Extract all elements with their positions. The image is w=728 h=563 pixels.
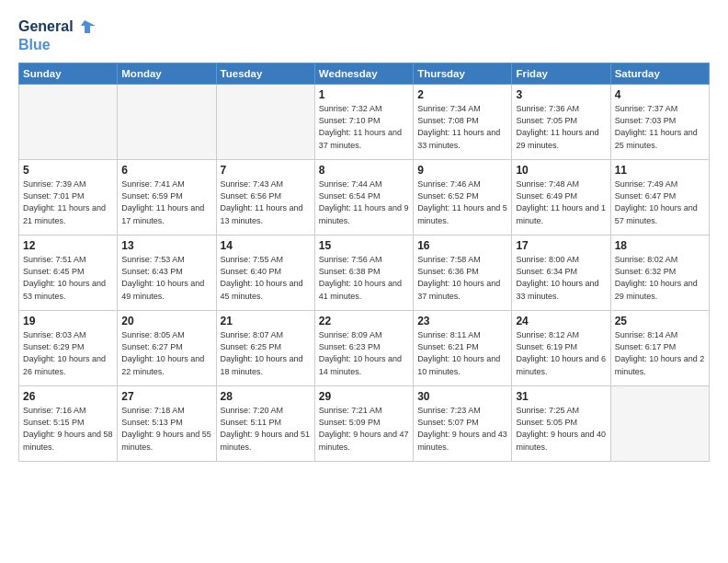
cell-info: Sunrise: 7:46 AM Sunset: 6:52 PM Dayligh… — [417, 178, 507, 226]
calendar-cell: 16Sunrise: 7:58 AM Sunset: 6:36 PM Dayli… — [414, 236, 512, 311]
calendar-table: SundayMondayTuesdayWednesdayThursdayFrid… — [18, 63, 710, 462]
cell-info: Sunrise: 7:53 AM Sunset: 6:43 PM Dayligh… — [121, 254, 211, 302]
day-number: 29 — [319, 390, 409, 403]
day-number: 1 — [319, 88, 409, 101]
calendar-cell: 1Sunrise: 7:32 AM Sunset: 7:10 PM Daylig… — [314, 85, 413, 160]
weekday-header-thursday: Thursday — [414, 63, 512, 85]
day-number: 4 — [615, 88, 705, 101]
calendar-cell: 20Sunrise: 8:05 AM Sunset: 6:27 PM Dayli… — [118, 311, 216, 386]
day-number: 14 — [221, 239, 311, 252]
day-number: 24 — [516, 315, 606, 327]
cell-info: Sunrise: 7:34 AM Sunset: 7:08 PM Dayligh… — [417, 103, 507, 151]
calendar-cell: 18Sunrise: 8:02 AM Sunset: 6:32 PM Dayli… — [610, 236, 709, 311]
logo-general: General — [18, 18, 74, 35]
cell-info: Sunrise: 8:07 AM Sunset: 6:25 PM Dayligh… — [221, 329, 311, 377]
svg-marker-0 — [81, 20, 96, 33]
cell-info: Sunrise: 8:11 AM Sunset: 6:21 PM Dayligh… — [417, 329, 507, 377]
page-container: General Blue SundayMondayTuesdayWednesda… — [0, 0, 728, 563]
week-row-5: 26Sunrise: 7:16 AM Sunset: 5:15 PM Dayli… — [19, 386, 710, 462]
day-number: 30 — [417, 390, 507, 403]
cell-info: Sunrise: 7:44 AM Sunset: 6:54 PM Dayligh… — [319, 178, 409, 226]
calendar-cell: 27Sunrise: 7:18 AM Sunset: 5:13 PM Dayli… — [118, 386, 216, 462]
cell-info: Sunrise: 8:00 AM Sunset: 6:34 PM Dayligh… — [516, 254, 606, 302]
cell-info: Sunrise: 7:51 AM Sunset: 6:45 PM Dayligh… — [23, 254, 113, 302]
calendar-cell: 11Sunrise: 7:49 AM Sunset: 6:47 PM Dayli… — [610, 160, 709, 236]
week-row-2: 5Sunrise: 7:39 AM Sunset: 7:01 PM Daylig… — [19, 160, 710, 236]
cell-info: Sunrise: 7:49 AM Sunset: 6:47 PM Dayligh… — [615, 178, 705, 226]
calendar-cell — [19, 85, 118, 160]
cell-info: Sunrise: 8:09 AM Sunset: 6:23 PM Dayligh… — [319, 329, 409, 377]
calendar-cell: 9Sunrise: 7:46 AM Sunset: 6:52 PM Daylig… — [414, 160, 512, 236]
cell-info: Sunrise: 7:20 AM Sunset: 5:11 PM Dayligh… — [221, 405, 311, 453]
cell-info: Sunrise: 7:18 AM Sunset: 5:13 PM Dayligh… — [121, 405, 211, 453]
calendar-cell: 31Sunrise: 7:25 AM Sunset: 5:05 PM Dayli… — [512, 386, 610, 462]
cell-info: Sunrise: 7:37 AM Sunset: 7:03 PM Dayligh… — [615, 103, 705, 151]
calendar-cell — [118, 85, 216, 160]
day-number: 5 — [23, 164, 113, 177]
calendar-cell: 8Sunrise: 7:44 AM Sunset: 6:54 PM Daylig… — [314, 160, 413, 236]
day-number: 9 — [417, 164, 507, 177]
calendar-cell: 21Sunrise: 8:07 AM Sunset: 6:25 PM Dayli… — [216, 311, 314, 386]
day-number: 3 — [516, 88, 606, 101]
calendar-cell: 15Sunrise: 7:56 AM Sunset: 6:38 PM Dayli… — [314, 236, 413, 311]
calendar-cell: 14Sunrise: 7:55 AM Sunset: 6:40 PM Dayli… — [216, 236, 314, 311]
calendar-cell: 19Sunrise: 8:03 AM Sunset: 6:29 PM Dayli… — [19, 311, 118, 386]
calendar-cell: 10Sunrise: 7:48 AM Sunset: 6:49 PM Dayli… — [512, 160, 610, 236]
calendar-cell: 6Sunrise: 7:41 AM Sunset: 6:59 PM Daylig… — [118, 160, 216, 236]
day-number: 31 — [516, 390, 606, 403]
calendar-cell — [610, 386, 709, 462]
cell-info: Sunrise: 7:55 AM Sunset: 6:40 PM Dayligh… — [221, 254, 311, 302]
calendar-cell: 2Sunrise: 7:34 AM Sunset: 7:08 PM Daylig… — [414, 85, 512, 160]
cell-info: Sunrise: 7:21 AM Sunset: 5:09 PM Dayligh… — [319, 405, 409, 453]
calendar-cell: 4Sunrise: 7:37 AM Sunset: 7:03 PM Daylig… — [610, 85, 709, 160]
day-number: 18 — [615, 239, 705, 252]
weekday-header-row: SundayMondayTuesdayWednesdayThursdayFrid… — [19, 63, 710, 85]
day-number: 7 — [221, 164, 311, 177]
day-number: 27 — [121, 390, 211, 403]
day-number: 22 — [319, 315, 409, 327]
day-number: 20 — [121, 315, 211, 327]
calendar-cell: 12Sunrise: 7:51 AM Sunset: 6:45 PM Dayli… — [19, 236, 118, 311]
cell-info: Sunrise: 7:58 AM Sunset: 6:36 PM Dayligh… — [417, 254, 507, 302]
day-number: 19 — [23, 315, 113, 327]
calendar-cell: 7Sunrise: 7:43 AM Sunset: 6:56 PM Daylig… — [216, 160, 314, 236]
cell-info: Sunrise: 7:56 AM Sunset: 6:38 PM Dayligh… — [319, 254, 409, 302]
week-row-4: 19Sunrise: 8:03 AM Sunset: 6:29 PM Dayli… — [19, 311, 710, 386]
day-number: 26 — [23, 390, 113, 403]
calendar-cell: 30Sunrise: 7:23 AM Sunset: 5:07 PM Dayli… — [414, 386, 512, 462]
cell-info: Sunrise: 8:03 AM Sunset: 6:29 PM Dayligh… — [23, 329, 113, 377]
day-number: 15 — [319, 239, 409, 252]
cell-info: Sunrise: 7:41 AM Sunset: 6:59 PM Dayligh… — [121, 178, 211, 226]
day-number: 16 — [417, 239, 507, 252]
day-number: 25 — [615, 315, 705, 327]
cell-info: Sunrise: 8:14 AM Sunset: 6:17 PM Dayligh… — [615, 329, 705, 377]
calendar-cell: 13Sunrise: 7:53 AM Sunset: 6:43 PM Dayli… — [118, 236, 216, 311]
weekday-header-tuesday: Tuesday — [216, 63, 314, 85]
cell-info: Sunrise: 7:43 AM Sunset: 6:56 PM Dayligh… — [221, 178, 311, 226]
weekday-header-saturday: Saturday — [610, 63, 709, 85]
cell-info: Sunrise: 7:36 AM Sunset: 7:05 PM Dayligh… — [516, 103, 606, 151]
week-row-1: 1Sunrise: 7:32 AM Sunset: 7:10 PM Daylig… — [19, 85, 710, 160]
weekday-header-monday: Monday — [118, 63, 216, 85]
day-number: 10 — [516, 164, 606, 177]
week-row-3: 12Sunrise: 7:51 AM Sunset: 6:45 PM Dayli… — [19, 236, 710, 311]
weekday-header-wednesday: Wednesday — [314, 63, 413, 85]
calendar-cell: 28Sunrise: 7:20 AM Sunset: 5:11 PM Dayli… — [216, 386, 314, 462]
logo-bird-icon — [75, 17, 96, 37]
logo-blue: Blue — [18, 37, 96, 53]
calendar-cell: 23Sunrise: 8:11 AM Sunset: 6:21 PM Dayli… — [414, 311, 512, 386]
day-number: 8 — [319, 164, 409, 177]
cell-info: Sunrise: 8:12 AM Sunset: 6:19 PM Dayligh… — [516, 329, 606, 377]
cell-info: Sunrise: 7:39 AM Sunset: 7:01 PM Dayligh… — [23, 178, 113, 226]
calendar-cell: 5Sunrise: 7:39 AM Sunset: 7:01 PM Daylig… — [19, 160, 118, 236]
day-number: 28 — [221, 390, 311, 403]
day-number: 2 — [417, 88, 507, 101]
cell-info: Sunrise: 8:05 AM Sunset: 6:27 PM Dayligh… — [121, 329, 211, 377]
calendar-cell — [216, 85, 314, 160]
calendar-cell: 17Sunrise: 8:00 AM Sunset: 6:34 PM Dayli… — [512, 236, 610, 311]
day-number: 6 — [121, 164, 211, 177]
cell-info: Sunrise: 7:48 AM Sunset: 6:49 PM Dayligh… — [516, 178, 606, 226]
cell-info: Sunrise: 7:16 AM Sunset: 5:15 PM Dayligh… — [23, 405, 113, 453]
header: General Blue — [18, 17, 710, 53]
cell-info: Sunrise: 7:32 AM Sunset: 7:10 PM Dayligh… — [319, 103, 409, 151]
